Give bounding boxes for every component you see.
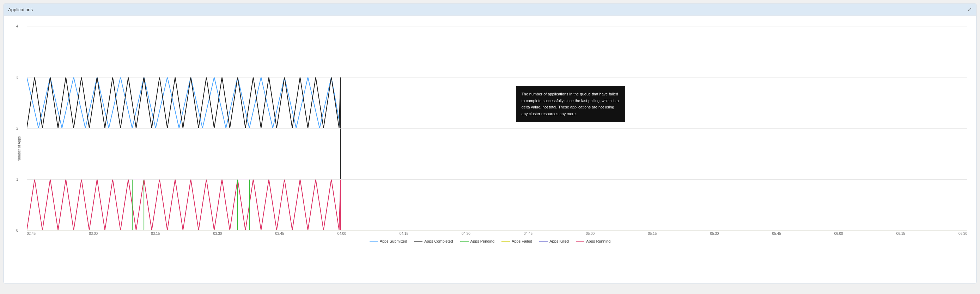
- x-axis: 02:45 03:00 03:15 03:30 03:45 04:00 04:1…: [27, 232, 967, 236]
- x-tick-0615: 06:15: [896, 232, 905, 236]
- grid-line-1: [27, 179, 967, 180]
- grid-line-2: [27, 128, 967, 128]
- x-tick-0500: 05:00: [586, 232, 595, 236]
- chart-area: 4 3 2 1 0: [27, 26, 967, 230]
- panel-title: Applications: [8, 7, 33, 12]
- chart-container: Number of Apps 4 3 2 1 0: [4, 16, 976, 283]
- legend-apps-completed: Apps Completed: [414, 239, 453, 243]
- x-tick-0445: 04:45: [524, 232, 533, 236]
- y-tick-1: 1: [16, 177, 18, 181]
- legend-apps-completed-label: Apps Completed: [424, 239, 453, 243]
- x-tick-0315: 03:15: [151, 232, 160, 236]
- grid-line-4: [27, 26, 967, 27]
- y-axis-label: Number of Apps: [17, 136, 21, 161]
- legend-apps-failed: Apps Failed: [501, 239, 532, 243]
- x-tick-0430: 04:30: [461, 232, 471, 236]
- legend-apps-running-line: [576, 241, 584, 242]
- x-tick-0530: 05:30: [710, 232, 719, 236]
- grid-line-0: [27, 230, 967, 231]
- x-tick-0400: 04:00: [337, 232, 346, 236]
- expand-icon[interactable]: ⤢: [968, 7, 972, 12]
- legend-apps-submitted: Apps Submitted: [369, 239, 407, 243]
- chart-legend: Apps Submitted Apps Completed Apps Pendi…: [7, 236, 973, 245]
- x-tick-0415: 04:15: [399, 232, 408, 236]
- legend-apps-running-label: Apps Running: [586, 239, 611, 243]
- legend-apps-pending: Apps Pending: [460, 239, 495, 243]
- legend-apps-failed-line: [501, 241, 510, 242]
- apps-completed-line: [27, 77, 967, 230]
- x-tick-0345: 03:45: [275, 232, 284, 236]
- tooltip-box: The number of applications in the queue …: [516, 86, 625, 122]
- applications-panel: Applications ⤢ Number of Apps 4 3 2 1 0: [3, 3, 977, 283]
- panel-header: Applications ⤢: [4, 4, 976, 16]
- y-tick-2: 2: [16, 126, 18, 130]
- x-tick-0600: 06:00: [834, 232, 843, 236]
- legend-apps-running: Apps Running: [576, 239, 611, 243]
- legend-apps-killed-line: [539, 241, 548, 242]
- y-tick-4: 4: [16, 24, 18, 28]
- legend-apps-pending-label: Apps Pending: [471, 239, 495, 243]
- x-tick-0245: 02:45: [27, 232, 36, 236]
- legend-apps-submitted-label: Apps Submitted: [380, 239, 407, 243]
- legend-apps-killed: Apps Killed: [539, 239, 569, 243]
- y-tick-0: 0: [16, 229, 18, 232]
- apps-submitted-line: [27, 77, 967, 230]
- x-tick-0300: 03:00: [89, 232, 98, 236]
- legend-apps-completed-line: [414, 241, 422, 242]
- y-tick-3: 3: [16, 75, 18, 79]
- grid-line-3: [27, 77, 967, 77]
- legend-apps-submitted-line: [369, 241, 378, 242]
- tooltip-text: The number of applications in the queue …: [522, 92, 619, 116]
- x-tick-0330: 03:30: [213, 232, 222, 236]
- x-tick-0515: 05:15: [648, 232, 657, 236]
- legend-apps-failed-label: Apps Failed: [512, 239, 532, 243]
- x-tick-0630: 06:30: [958, 232, 967, 236]
- legend-apps-pending-line: [460, 241, 469, 242]
- apps-running-line: [27, 179, 967, 230]
- legend-apps-killed-label: Apps Killed: [549, 239, 569, 243]
- apps-pending-line: [27, 179, 967, 230]
- x-tick-0545: 05:45: [772, 232, 781, 236]
